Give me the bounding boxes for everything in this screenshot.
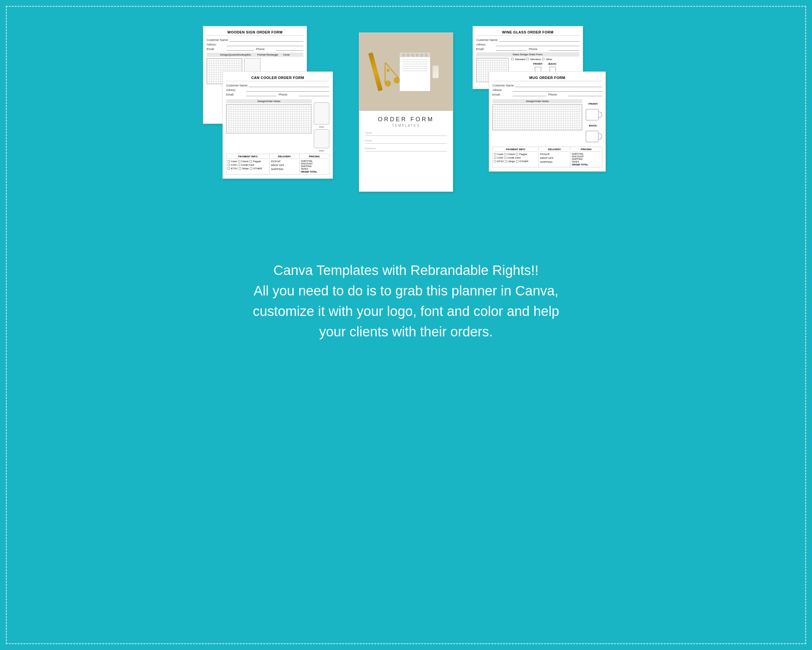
wg-other-label: Other	[546, 58, 552, 61]
stationery-scene	[359, 33, 453, 111]
can-other-checkbox[interactable]	[250, 167, 252, 170]
can-delivery-header: DELIVERY	[271, 155, 298, 159]
center-name-label: Name	[365, 131, 447, 134]
wg-address-input[interactable]	[496, 43, 580, 46]
center-email-underline[interactable]	[365, 143, 447, 144]
wg-phone-input[interactable]	[549, 47, 580, 51]
mug-dropoff-label: DROP OFF	[540, 157, 554, 159]
can-phone-input[interactable]	[299, 93, 329, 96]
wg-email-input[interactable]	[496, 47, 527, 51]
wg-name-row: Customer Name:	[476, 38, 580, 41]
wooden-email-input[interactable]	[227, 47, 254, 51]
mug-name-row: Customer Name:	[492, 84, 602, 87]
can-pickup-item: PICKUP	[271, 160, 298, 163]
mug-shipping-item: SHIPPING	[540, 161, 569, 164]
mug-cash-label: Cash	[497, 153, 504, 156]
can-cod-row: COD Credit Card	[228, 164, 268, 167]
can-paypal-checkbox[interactable]	[249, 160, 252, 162]
can-address-input[interactable]	[246, 89, 329, 92]
wine-glass-title: WINE GLASS ORDER FORM	[476, 30, 580, 36]
mug-check-checkbox[interactable]	[504, 153, 507, 155]
mug-name-input[interactable]	[515, 84, 602, 87]
wg-stemless-checkbox[interactable]	[527, 58, 529, 60]
can-check-checkbox[interactable]	[238, 160, 240, 162]
notepad-line-4	[403, 66, 427, 67]
can-shipping-label: SHIPPING	[271, 168, 283, 171]
center-business-underline[interactable]	[365, 151, 447, 151]
can-stripe-checkbox[interactable]	[239, 167, 241, 170]
mug-address-input[interactable]	[513, 89, 602, 92]
mug-grid	[492, 104, 582, 130]
mug-payment-header: PAYMENT INFO	[494, 148, 537, 152]
can-name-input[interactable]	[249, 84, 329, 87]
mug-cod-checkbox[interactable]	[494, 157, 496, 159]
mug-shipping-label: SHIPPING	[540, 161, 553, 164]
notepad-spiral-bar	[400, 53, 430, 57]
bottom-text-block: Canva Templates with Rebrandable Rights!…	[233, 260, 578, 342]
wg-other-checkbox[interactable]	[542, 58, 544, 60]
wg-stemless-label: Stemless	[530, 58, 541, 61]
notepad-line-3	[403, 64, 427, 64]
can-cash-label: Cash	[231, 160, 237, 163]
can-email-input[interactable]	[246, 93, 277, 96]
mug-stripe-checkbox[interactable]	[505, 160, 507, 162]
mug-email-row: Email: Phone:	[492, 93, 602, 96]
right-cluster: WINE GLASS ORDER FORM Customer Name: Adr…	[473, 26, 609, 214]
mug-cash-checkbox[interactable]	[494, 153, 496, 155]
bottom-line4: your clients with their orders.	[253, 321, 559, 342]
mug-stripe-label: Stripe	[508, 160, 515, 163]
mug-other-checkbox[interactable]	[516, 160, 518, 162]
mug-etsy-row: ETSY Stripe OTHER	[494, 160, 537, 163]
mug-paypal-checkbox[interactable]	[516, 153, 518, 155]
can-cc-checkbox[interactable]	[238, 164, 240, 166]
spiral-4	[416, 54, 419, 57]
can-cod-checkbox[interactable]	[228, 164, 230, 166]
wooden-phone-label: Phone:	[256, 47, 275, 51]
wooden-email-label: Email:	[206, 47, 226, 51]
wooden-address-row: Adress:	[206, 43, 303, 46]
mug-email-input[interactable]	[513, 93, 546, 96]
can-etsy-label: ETSY	[231, 167, 238, 170]
mug-phone-input[interactable]	[568, 93, 602, 96]
wooden-name-input[interactable]	[229, 38, 303, 41]
mug-etsy-checkbox[interactable]	[494, 160, 496, 162]
inner-content: WOODEN SIGN ORDER FORM Customer Name: Ad…	[20, 16, 792, 634]
mug-back-label: BACK:	[589, 124, 598, 127]
center-name-underline[interactable]	[365, 136, 447, 136]
wg-phone-label: Phone:	[529, 47, 548, 51]
can-front-label: front	[319, 126, 324, 128]
wooden-address-input[interactable]	[227, 43, 303, 46]
center-email-group: Email	[365, 139, 447, 144]
notepad-line-2	[403, 61, 427, 62]
mug-back-icon	[584, 128, 602, 145]
can-stripe-label: Stripe	[242, 167, 249, 170]
mug-pickup-label: PICKUP	[540, 153, 550, 156]
mug-cash-row: Cash Check Paypal	[494, 153, 537, 156]
svg-point-0	[393, 77, 400, 84]
mug-discount-item: DISCOUNT	[572, 155, 601, 158]
can-cooler-form: CAN COOLER ORDER FORM Customer Name: Adr…	[223, 72, 333, 179]
can-cash-row: Cash Check Paypal	[228, 160, 268, 163]
wg-standard-checkbox[interactable]	[511, 58, 513, 60]
can-payment-section: PAYMENT INFO Cash Check Paypal	[226, 154, 329, 174]
mug-dropoff-item: DROP OFF	[540, 157, 569, 159]
can-check-label: Check	[241, 160, 249, 163]
mug-delivery-col: DELIVERY PICKUP DROP OFF SHIPPING	[539, 147, 571, 167]
can-cash-checkbox[interactable]	[228, 160, 230, 162]
mug-shipping-price-item: SHIPPING	[572, 158, 601, 160]
wooden-phone-input[interactable]	[276, 47, 303, 51]
can-other-label: OTHER	[253, 167, 262, 170]
wg-name-input[interactable]	[499, 38, 580, 41]
can-etsy-checkbox[interactable]	[228, 167, 230, 170]
wooden-sign-title: WOODEN SIGN ORDER FORM	[206, 30, 303, 36]
center-email-label: Email	[365, 139, 447, 142]
can-cod-label: COD	[231, 164, 237, 167]
mug-cc-checkbox[interactable]	[504, 157, 506, 159]
can-cc-label: Credit Card	[241, 164, 254, 167]
can-pricing-header: PRICING	[301, 155, 328, 159]
can-name-row: Customer Name:	[226, 84, 329, 87]
can-taxes-item: TAXES	[301, 168, 328, 170]
can-phone-label: Phone:	[279, 93, 298, 96]
mug-title: MUG ORDER FORM	[492, 76, 602, 81]
can-etsy-row: ETSY Stripe OTHER	[228, 167, 268, 170]
